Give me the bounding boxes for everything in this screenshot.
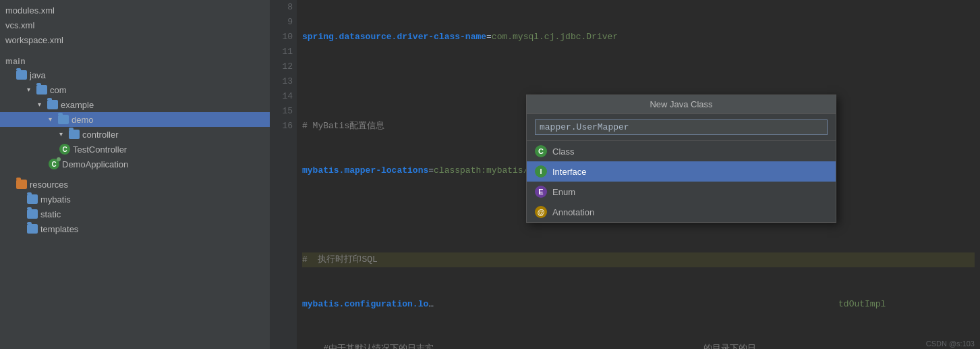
enum-icon: E: [535, 186, 547, 198]
class-modified-icon: C: [49, 159, 59, 169]
popup-item-interface[interactable]: I Interface: [527, 161, 836, 182]
sidebar-item-controller[interactable]: ▾ controller: [0, 127, 270, 142]
resources-folder-icon: [16, 180, 27, 189]
class-icon: C: [535, 145, 547, 157]
popup-item-annotation-label: Annotation: [552, 207, 594, 217]
new-java-class-dialog[interactable]: New Java Class C Class I Interface E Enu…: [526, 95, 836, 223]
sidebar-item-demo-application[interactable]: C DemoApplication: [0, 157, 270, 171]
folder-icon: [47, 100, 58, 109]
sidebar-item-com[interactable]: ▾ com: [0, 82, 270, 97]
popup-item-interface-label: Interface: [552, 167, 587, 177]
sidebar-item-resources[interactable]: resources: [0, 177, 270, 192]
chevron-icon: ▾: [38, 101, 46, 109]
code-line-8: spring.datasource.driver-class-name=com.…: [302, 30, 975, 45]
chevron-icon: ▾: [27, 86, 35, 94]
popup-item-enum[interactable]: E Enum: [527, 182, 836, 202]
popup-input-row[interactable]: [527, 114, 836, 141]
folder-icon: [58, 115, 69, 124]
sidebar-item-static[interactable]: static: [0, 207, 270, 221]
code-line-15: #由于其默认情况下的日志实的目录下的日.: [302, 342, 975, 349]
folder-icon: [16, 70, 27, 80]
sidebar-item-test-controller[interactable]: C TestController: [0, 142, 270, 157]
folder-icon: [27, 224, 38, 234]
sidebar-item-java[interactable]: java: [0, 68, 270, 82]
sidebar-item-workspace-xml[interactable]: workspace.xml: [0, 32, 270, 47]
code-line-13: # 执行时打印SQL: [302, 252, 975, 267]
interface-icon: I: [535, 165, 547, 178]
popup-title: New Java Class: [527, 95, 836, 114]
line-numbers: 8 9 10 11 12 13 14 15 16: [270, 0, 297, 349]
popup-item-enum-label: Enum: [552, 187, 575, 197]
file-tree: modules.xml vcs.xml workspace.xml main j…: [0, 0, 270, 349]
sidebar-item-modules-xml[interactable]: modules.xml: [0, 3, 270, 18]
sidebar-item-demo[interactable]: ▾ demo: [0, 112, 270, 127]
popup-item-class[interactable]: C Class: [527, 141, 836, 161]
popup-item-class-label: Class: [552, 146, 575, 157]
sidebar-item-mybatis[interactable]: mybatis: [0, 192, 270, 207]
main-section-header: main: [0, 53, 270, 68]
popup-item-annotation[interactable]: @ Annotation: [527, 202, 836, 222]
sidebar-item-vcs-xml[interactable]: vcs.xml: [0, 18, 270, 32]
folder-icon: [36, 85, 47, 95]
sidebar-item-templates[interactable]: templates: [0, 221, 270, 236]
chevron-icon: ▾: [49, 115, 57, 124]
sidebar-item-example[interactable]: ▾ example: [0, 97, 270, 112]
folder-icon: [27, 194, 38, 204]
folder-icon: [27, 209, 38, 219]
folder-icon: [69, 130, 80, 139]
code-line-14: mybatis.configuration.lo…tdOutImpl: [302, 297, 975, 312]
status-bar: CSDN @s:103: [921, 338, 980, 349]
popup-item-list: C Class I Interface E Enum @ Annotation: [527, 141, 836, 222]
class-name-input[interactable]: [535, 119, 828, 135]
class-icon: C: [59, 144, 70, 155]
annotation-icon: @: [535, 206, 547, 218]
editor-area: 8 9 10 11 12 13 14 15 16 spring.datasour…: [270, 0, 980, 349]
code-line-9: [302, 74, 975, 89]
chevron-icon: ▾: [59, 130, 67, 138]
